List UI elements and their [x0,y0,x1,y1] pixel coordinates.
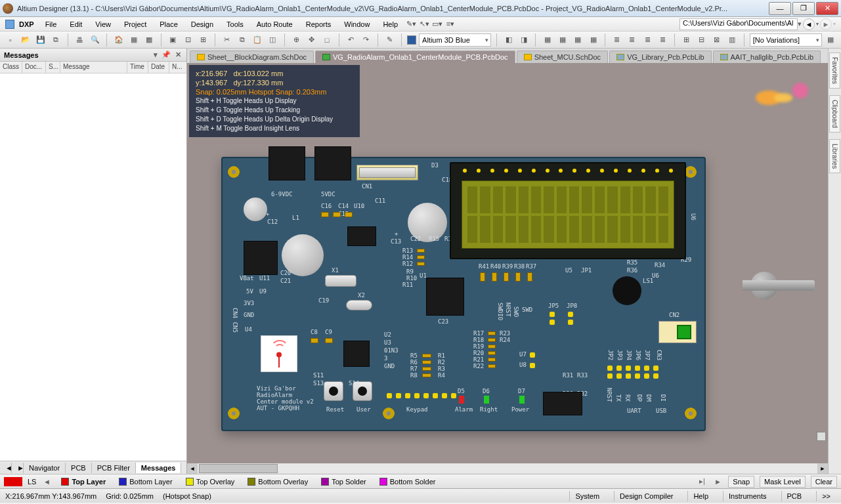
menu-file[interactable]: File [39,18,64,30]
snap-button[interactable]: Snap [728,476,754,488]
zoom-area-icon[interactable]: ▣ [167,33,179,47]
menu-design[interactable]: Design [184,18,220,30]
pcb-icon[interactable]: ▩ [143,33,156,47]
lbt-scroll-left[interactable]: ◄ [0,463,12,473]
saveall-icon[interactable]: ⧉ [50,33,62,47]
lbt-scroll-right[interactable]: ► [12,463,24,473]
doctab-aait[interactable]: AAIT_hallglib_Pcb.PcbLib [713,51,821,63]
layer-s-icon[interactable]: ≣ [657,33,669,47]
doctab-vglib[interactable]: VG_Library_Pcb.PcbLib [609,51,711,63]
tab-pcb[interactable]: PCB [66,463,92,473]
compile-icon[interactable]: ▦ [825,33,837,47]
center-icon[interactable]: ⊕ [290,33,303,47]
schematic-icon[interactable]: ▦ [127,33,140,47]
layer-next[interactable]: ► [712,478,723,486]
menu-window[interactable]: Window [337,18,376,30]
move-icon[interactable]: ✥ [305,33,318,47]
zoom-select-icon[interactable]: ⊞ [197,33,209,47]
menu-reports[interactable]: Reports [299,18,338,30]
menu-autoroute[interactable]: Auto Route [250,18,299,30]
messages-list[interactable] [0,74,186,461]
close-button[interactable]: ✕ [816,2,838,15]
mode1-icon[interactable]: ⊞ [680,33,693,47]
cut-icon[interactable]: ✂ [221,33,233,47]
doctab-blockdiagram[interactable]: Sheet__BlockDiagram.SchDoc [190,51,314,63]
status-instruments[interactable]: Instruments [723,491,771,501]
color-scheme-combo[interactable]: Altium 3D Blue [419,33,491,47]
doctab-mcu[interactable]: Sheet_MCU.SchDoc [517,51,609,63]
panel-pin-icon[interactable]: 📌 [162,51,172,58]
menu-project[interactable]: Project [118,18,153,30]
menu-place[interactable]: Place [153,18,184,30]
nav-back-button[interactable]: ◄ [803,18,815,30]
menu-edit[interactable]: Edit [63,18,89,30]
layer-top[interactable]: Top Layer [57,476,110,487]
layer-o-icon[interactable]: ≣ [641,33,654,47]
status-pcb[interactable]: PCB [781,491,808,501]
recent-path-combo[interactable]: C:\Users\Vizi Gábor\Documents\Al [679,18,798,30]
layer-top-solder[interactable]: Top Solder [317,476,370,487]
paste-icon[interactable]: 📋 [251,33,264,47]
layer-t-icon[interactable]: ≣ [611,33,623,47]
mode2-icon[interactable]: ⊟ [695,33,708,47]
save-icon[interactable]: 💾 [34,33,47,47]
toolbar-arrow-icon[interactable]: ↖▾ [418,18,431,31]
mode3-icon[interactable]: ⊠ [710,33,723,47]
pcb-3d-viewport[interactable]: x:216.967 dx:103.022 mm y:143.967 dy:127… [187,63,828,463]
variations-combo[interactable]: [No Variations] [750,33,822,47]
mode4-icon[interactable]: ▥ [726,33,739,47]
nav-fwd-button[interactable]: ► [820,18,832,30]
panel-dropdown-icon[interactable]: ▾ [154,51,159,58]
ls-button[interactable]: LS [28,478,36,486]
maximize-button[interactable]: ❐ [792,2,815,15]
clear-button[interactable]: Clear [811,476,837,488]
hierarchy-icon[interactable]: 🏠 [112,33,125,47]
rail-clipboard[interactable]: Clipboard [829,95,840,133]
doctab-pcb[interactable]: VG_RadioAlarm_Onlab1_CenterModule_PCB.Pc… [315,51,515,63]
panel-close-icon[interactable]: ✕ [175,51,183,58]
select-tool-icon[interactable]: □ [320,33,333,47]
dxp-menu[interactable]: DXP [14,18,39,30]
layer-b-icon[interactable]: ≣ [626,33,638,47]
layer-bottom-solder[interactable]: Bottom Solder [376,476,440,487]
layer-bottom[interactable]: Bottom Layer [115,476,176,487]
copy-icon[interactable]: ⧉ [236,33,248,47]
toolbar-more-icon[interactable]: ≡▾ [444,18,457,31]
tab-navigator[interactable]: Navigator [24,463,66,473]
new-icon[interactable]: ▫ [4,33,16,47]
g3-icon[interactable]: ▦ [572,33,584,47]
open-icon[interactable]: 📂 [19,33,32,47]
menu-view[interactable]: View [89,18,118,30]
redo-icon[interactable]: ↷ [360,33,372,47]
g2-icon[interactable]: ▦ [557,33,569,47]
menu-tools[interactable]: Tools [220,18,250,30]
preview-icon[interactable]: 🔍 [89,33,101,47]
minimize-button[interactable]: — [769,2,791,15]
undo-icon[interactable]: ↶ [345,33,357,47]
layer-next2[interactable]: ▸| [697,477,707,486]
menu-help[interactable]: Help [376,18,404,30]
status-help[interactable]: Help [687,491,714,501]
g1-icon[interactable]: ▦ [541,33,553,47]
print-icon[interactable]: 🖶 [74,33,86,47]
mask-level-button[interactable]: Mask Level [760,476,806,488]
rubber-icon[interactable]: ◫ [267,33,279,47]
status-system[interactable]: System [569,491,605,501]
rail-favorites[interactable]: Favorites [829,52,840,89]
layer-bottom-overlay[interactable]: Bottom Overlay [244,476,312,487]
status-design-compiler[interactable]: Design Compiler [614,491,678,501]
align-l-icon[interactable]: ◧ [502,33,515,47]
rail-libraries[interactable]: Libraries [829,139,840,173]
layer-top-overlay[interactable]: Top Overlay [182,476,239,487]
view-resize-handle[interactable] [817,432,826,441]
tab-messages[interactable]: Messages [136,463,182,473]
align-r-icon[interactable]: ◨ [517,33,530,47]
g4-icon[interactable]: ▦ [587,33,599,47]
status-more[interactable]: >> [816,491,836,501]
layer-prev[interactable]: ◄ [41,478,52,486]
tab-pcbfilter[interactable]: PCB Filter [92,463,136,473]
zoom-fit-icon[interactable]: ⊡ [182,33,194,47]
toolbar-select-icon[interactable]: ▭▾ [431,18,444,31]
h-scrollbar[interactable]: ◄ ► [187,463,828,474]
annotate-icon[interactable]: ✎ [383,33,396,47]
